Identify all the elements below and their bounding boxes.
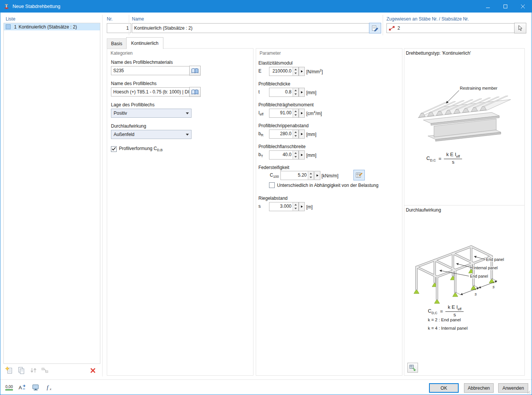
info-options-button[interactable] [407, 363, 418, 373]
e-modulus-input[interactable]: 210000.0 [269, 67, 299, 76]
group-label: Elastizitätsmodul [258, 60, 293, 66]
tab-basis[interactable]: Basis [107, 38, 127, 49]
title-bar: Neue Stabdrehbettung [0, 0, 532, 13]
list-tool-up-down-button[interactable] [28, 365, 38, 375]
svg-text:x: x [49, 387, 51, 391]
list-box[interactable]: 1 Kontinuierlich (Stabsätze : 2) [3, 23, 100, 364]
detail-arrow-button[interactable] [299, 150, 305, 160]
units-settings-button[interactable]: A [17, 382, 27, 392]
minimize-button[interactable] [479, 0, 497, 13]
detail-arrow-button[interactable] [299, 67, 305, 76]
edit-name-button[interactable] [369, 23, 381, 33]
durchlauf-dropdown[interactable]: Außenfeld [111, 130, 192, 139]
value: 3.000 [269, 202, 293, 211]
list-item[interactable]: 1 Kontinuierlich (Stabsätze : 2) [4, 23, 100, 30]
material-library-button[interactable] [189, 66, 201, 76]
close-button[interactable] [514, 0, 532, 13]
spin-up-icon[interactable] [293, 88, 298, 92]
parameter-panel: Parameter Elastizitätsmodul E 210000.0 [… [256, 48, 402, 376]
spin-up-icon[interactable] [293, 202, 298, 207]
spin-up-icon[interactable] [293, 67, 298, 71]
thickness-input[interactable]: 0.8 [269, 88, 299, 97]
unit-label: [m] [306, 202, 313, 210]
spin-up-icon[interactable] [293, 109, 298, 113]
spin-down-icon[interactable] [293, 134, 298, 138]
assigned-value: 2 [397, 25, 400, 31]
spin-down-icon[interactable] [293, 71, 298, 76]
value: 210000.0 [269, 67, 293, 76]
symbol: C100 [270, 171, 279, 179]
value: 40.0 [269, 151, 293, 159]
assigned-field[interactable]: 2 [386, 23, 516, 33]
fx-icon: f x [46, 384, 53, 391]
symbol: E [258, 67, 261, 74]
load-dependency-checkbox[interactable] [269, 182, 275, 188]
spin-down-icon[interactable] [293, 113, 298, 117]
spin-down-icon[interactable] [293, 92, 298, 96]
delete-item-button[interactable] [88, 365, 98, 375]
flange-width-input[interactable]: 40.0 [269, 150, 299, 160]
sheet-library-button[interactable] [189, 87, 201, 97]
table-edit-icon [356, 172, 363, 178]
detail-arrow-button[interactable] [299, 109, 305, 118]
svg-text:A: A [19, 385, 22, 390]
ok-button[interactable]: OK [429, 383, 459, 393]
inertia-input[interactable]: 91.00 [269, 109, 299, 118]
decimal-places-label: 0,00 [5, 385, 13, 389]
apply-button[interactable]: Anwenden [498, 383, 528, 393]
spring-stiffness-input[interactable]: 5.20 [280, 171, 314, 180]
decimal-places-button[interactable]: 0,00 [4, 382, 14, 392]
spin-up-icon[interactable] [308, 171, 314, 175]
k-factor-end-panel: k = 2 : End panel [428, 318, 461, 322]
list-item-label: Kontinuierlich (Stabsätze : 2) [19, 24, 77, 30]
lage-dropdown[interactable]: Positiv [111, 109, 192, 118]
spin-down-icon[interactable] [293, 207, 298, 211]
durchlauf-value: Außenfeld [114, 132, 135, 137]
library-book-icon [191, 89, 199, 95]
profilverformung-label: Profilverformung CD,B [119, 146, 163, 152]
profilverformung-checkbox[interactable] [111, 146, 117, 152]
maximize-button[interactable] [497, 0, 514, 13]
resize-grip[interactable] [526, 389, 531, 395]
spin-up-icon[interactable] [293, 151, 298, 155]
material-input[interactable]: S235 [111, 66, 191, 75]
end-panel-label: End panel [486, 257, 504, 262]
spin-down-icon[interactable] [308, 175, 314, 180]
copy-item-button[interactable] [16, 365, 26, 375]
select-members-button[interactable] [514, 23, 526, 33]
spin-up-icon[interactable] [293, 130, 298, 134]
formula-lhs: CD,C [428, 308, 437, 315]
display-settings-button[interactable] [31, 382, 41, 392]
material-label: Name des Profilblechmaterials [111, 60, 173, 65]
profilverformung-checkbox-row[interactable]: Profilverformung CD,B [111, 146, 163, 152]
list-tool-transfer-button[interactable] [40, 365, 50, 375]
cancel-button[interactable]: Abbrechen [464, 383, 494, 393]
lage-label: Lage des Profilblechs [111, 102, 155, 107]
restraining-member-illustration: Restraining member [407, 65, 520, 152]
stiffness-calculator-button[interactable] [353, 170, 365, 180]
restraint-type-info-panel: Drehbettungstyp: 'Kontinuierlich' [404, 48, 525, 206]
detail-arrow-button[interactable] [299, 130, 305, 139]
nr-field[interactable]: 1 [107, 23, 131, 33]
sheet-input[interactable]: Hoesch (+) T85.1 - 0.75 (b: 1000) | DIN … [111, 87, 191, 96]
symbol: t [258, 88, 260, 95]
new-item-button[interactable] [4, 365, 14, 375]
tab-basis-label: Basis [111, 41, 122, 46]
formula-equals: = [440, 308, 443, 314]
green-bar-icon [5, 389, 13, 390]
check-icon [112, 147, 116, 151]
formula-button[interactable]: f x [44, 382, 54, 392]
detail-arrow-button[interactable] [299, 202, 305, 211]
detail-arrow-button[interactable] [314, 171, 320, 180]
value: 0.8 [269, 88, 293, 96]
load-dependency-checkbox-row[interactable]: Unterschiedlich in Abhängigkeit von der … [269, 182, 378, 188]
formula-numerator: k E Ieff [444, 152, 462, 159]
unit-label: [cm4/m] [306, 109, 322, 116]
detail-arrow-button[interactable] [299, 88, 305, 97]
spin-down-icon[interactable] [293, 155, 298, 159]
name-field[interactable]: Kontinuierlich (Stabsätze : 2) [132, 23, 371, 33]
tab-kontinuierlich[interactable]: Kontinuierlich [126, 37, 163, 49]
window-controls [479, 0, 532, 13]
purlin-spacing-input[interactable]: 3.000 [269, 202, 299, 211]
rib-spacing-input[interactable]: 280.0 [269, 130, 299, 139]
